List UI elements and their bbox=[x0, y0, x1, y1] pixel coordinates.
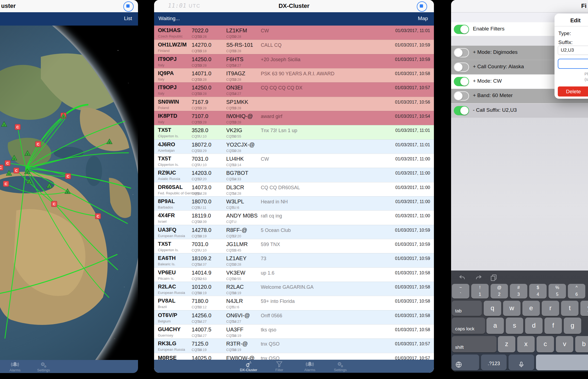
key-letter: g bbox=[564, 322, 581, 329]
key-numbers[interactable]: .?123 bbox=[481, 355, 507, 370]
filter-toggle[interactable] bbox=[454, 48, 469, 57]
popover-help-text: Please select w (show) or Exclu Sp bbox=[558, 71, 588, 88]
dx-itu-zone: ITU:11 bbox=[196, 206, 206, 210]
key-q[interactable]: q bbox=[484, 301, 501, 316]
filter-row[interactable]: - Call Suffix: U2,U3 bbox=[451, 104, 588, 118]
spot-row[interactable]: GU4CHYGuernsey14007.5CQ:14ITU:27UA3FFCQ:… bbox=[154, 324, 434, 339]
key-4[interactable]: $4 bbox=[529, 284, 547, 299]
key-3[interactable]: #3 bbox=[510, 284, 527, 299]
spot-row[interactable]: IT9OPJItaly14250.0CQ:15ITU:28F6HTSCQ:14I… bbox=[154, 54, 434, 69]
cluster-marker[interactable]: C bbox=[5, 160, 10, 166]
key-tab[interactable]: tab bbox=[452, 301, 482, 316]
spot-list: OK1HASCzech Republic7022.0CQ:15ITU:28LZ1… bbox=[154, 26, 434, 368]
tab-alarms[interactable]: Alarms bbox=[293, 361, 326, 372]
dx-cluster-window: 11:01UTC DX-Cluster Waiting... Map OK1HA… bbox=[154, 0, 434, 373]
spot-row[interactable]: TX5TClipperton Is.7031.0CQ:7ITU:10LU4HKC… bbox=[154, 154, 434, 168]
svg-text:C: C bbox=[15, 169, 18, 173]
spot-row[interactable]: 4X4FRIsrael18119.0CQ:20ITU:39ANDY M0BSCQ… bbox=[154, 210, 434, 225]
key-r[interactable]: r bbox=[542, 301, 559, 316]
spot-row[interactable]: SN0WINPoland7167.9CQ:15ITU:28SP1MKKCQ:15… bbox=[154, 97, 434, 111]
key-y[interactable]: y bbox=[580, 301, 588, 316]
spot-row[interactable]: IT9OPJItaly14250.0CQ:15ITU:28ON3EICQ:14I… bbox=[154, 82, 434, 97]
suffix-input[interactable] bbox=[558, 46, 588, 55]
spot-row[interactable]: EA6THBalearic Is.18109.2CQ:14ITU:37LZ1AE… bbox=[154, 253, 434, 268]
key-globe[interactable] bbox=[452, 355, 479, 370]
spot-row[interactable]: DR60SALFed. Republic of Germany14073.0CQ… bbox=[154, 182, 434, 197]
cluster-marker[interactable]: C bbox=[15, 124, 20, 130]
key-1[interactable]: !1 bbox=[471, 284, 489, 299]
key-w[interactable]: w bbox=[503, 301, 520, 316]
cluster-marker[interactable]: C bbox=[0, 165, 3, 170]
spot-row[interactable]: RZ9UCAsiatic Russia14203.0CQ:17ITU:20BG7… bbox=[154, 168, 434, 182]
key-e[interactable]: e bbox=[522, 301, 540, 316]
filter-toggle[interactable] bbox=[454, 91, 469, 101]
spot-row[interactable]: PV8ALBrazil7180.0CQ:11ITU:12N4JLRCQ:5ITU… bbox=[154, 296, 434, 310]
tab-settings[interactable]: ⚙⚙ Settings bbox=[27, 361, 60, 372]
include-button[interactable]: Include bbox=[558, 59, 588, 69]
cluster-marker[interactable]: C bbox=[3, 181, 9, 187]
key-b[interactable]: b bbox=[575, 336, 588, 352]
key-z[interactable]: z bbox=[498, 336, 515, 352]
key-c[interactable]: c bbox=[537, 336, 554, 352]
cluster-marker[interactable]: C bbox=[35, 141, 41, 147]
stop-button[interactable] bbox=[417, 1, 427, 12]
spot-row[interactable]: 4J6ROAzerbaijan18072.0CQ:21ITU:29YO2CJX-… bbox=[154, 139, 434, 154]
tab-alarms[interactable]: Alarms bbox=[0, 361, 31, 372]
map-button[interactable]: Map bbox=[418, 15, 428, 21]
filter-toggle[interactable] bbox=[454, 106, 469, 115]
key-a[interactable]: a bbox=[486, 318, 504, 334]
spot-row[interactable]: IK8PTDItaly7107.0CQ:15ITU:28IW0HIQ-@CQ:1… bbox=[154, 111, 434, 126]
filter-toggle[interactable] bbox=[454, 63, 469, 72]
spot-row[interactable]: TX5TClipperton Is.3528.0CQ:7ITU:10VK2IGC… bbox=[154, 125, 434, 140]
tab-dx-cluster[interactable]: DX-Cluster bbox=[232, 361, 265, 372]
spotter-callsign: ON3EI bbox=[226, 85, 243, 91]
cluster-marker[interactable]: C bbox=[51, 201, 57, 207]
key-dictation[interactable] bbox=[509, 355, 534, 370]
key-x[interactable]: x bbox=[517, 336, 535, 352]
selected-spot-marker[interactable]: s bbox=[61, 113, 66, 118]
spot-row[interactable]: OT6V/PBelgium14256.0CQ:14ITU:27ON6VI-@CQ… bbox=[154, 310, 434, 325]
cluster-marker[interactable]: C bbox=[65, 173, 71, 179]
paste-clipboard-icon[interactable] bbox=[490, 274, 498, 281]
spot-row[interactable]: UA3FQEuropean Russia14278.0CQ:16ITU:19R8… bbox=[154, 225, 434, 240]
filter-toggle[interactable] bbox=[454, 77, 469, 86]
key-s[interactable]: s bbox=[506, 318, 523, 334]
key-6[interactable]: ^6 bbox=[568, 284, 585, 299]
filter-toggle[interactable] bbox=[454, 25, 469, 34]
dx-itu-zone: ITU:37 bbox=[196, 262, 207, 266]
key-d[interactable]: d bbox=[525, 318, 543, 334]
key-space[interactable] bbox=[536, 355, 588, 370]
key-letter: d bbox=[525, 322, 543, 329]
cluster-marker[interactable]: C bbox=[95, 213, 101, 219]
dx-itu-zone: ITU:10 bbox=[196, 163, 207, 167]
spot-row[interactable]: RK3LGEuropean Russia7125.0CQ:16ITU:19R3T… bbox=[154, 338, 434, 353]
key-2[interactable]: @2 bbox=[491, 284, 508, 299]
spotter-itu-zone: ITU:28 bbox=[231, 77, 241, 82]
key-shift[interactable]: shift bbox=[452, 336, 497, 352]
spot-row[interactable]: VP6EUPitcairn Is.14014.9CQ:32ITU:63VK3EW… bbox=[154, 268, 434, 282]
stop-button[interactable] bbox=[123, 1, 134, 12]
key-symbol: ! bbox=[471, 285, 489, 290]
spot-row[interactable]: 8P9ALBarbados18070.0CQ:8ITU:11W3LPLCQ:5I… bbox=[154, 196, 434, 211]
spot-row[interactable]: IQ9PAItaly14071.0CQ:15ITU:28IT9AGZCQ:15I… bbox=[154, 68, 434, 83]
spot-row[interactable]: OK1HASCzech Republic7022.0CQ:15ITU:28LZ1… bbox=[154, 26, 434, 40]
spot-row[interactable]: R2LACEuropean Russia10120.0CQ:16ITU:19R2… bbox=[154, 282, 434, 296]
cluster-marker[interactable]: C bbox=[14, 168, 19, 173]
tab-alarms-label: Alarms bbox=[0, 368, 31, 372]
spot-row[interactable]: OH1LWZ/MFinland14270.0CQ:15ITU:18S5-RS-1… bbox=[154, 40, 434, 54]
key-f[interactable]: f bbox=[544, 318, 562, 334]
undo-icon[interactable] bbox=[459, 274, 467, 281]
key-caps-lock[interactable]: caps lock bbox=[452, 318, 485, 334]
key-v[interactable]: v bbox=[556, 336, 573, 352]
globe-map[interactable]: CCCCCCCCCssssssssss bbox=[0, 26, 138, 360]
tab-settings[interactable]: ⚙⚙ Settings bbox=[324, 361, 357, 372]
key-g[interactable]: g bbox=[564, 318, 581, 334]
spot-row[interactable]: TX5TClipperton Is.7031.0CQ:7ITU:10JG1LMR… bbox=[154, 239, 434, 254]
delete-button[interactable]: Delete bbox=[558, 86, 588, 97]
key-5[interactable]: %5 bbox=[549, 284, 566, 299]
tab-filter[interactable]: Filter bbox=[263, 361, 296, 372]
key-`[interactable]: ~` bbox=[452, 284, 469, 299]
key-t[interactable]: t bbox=[561, 301, 578, 316]
redo-icon[interactable] bbox=[474, 274, 482, 281]
list-button[interactable]: List bbox=[124, 15, 132, 21]
